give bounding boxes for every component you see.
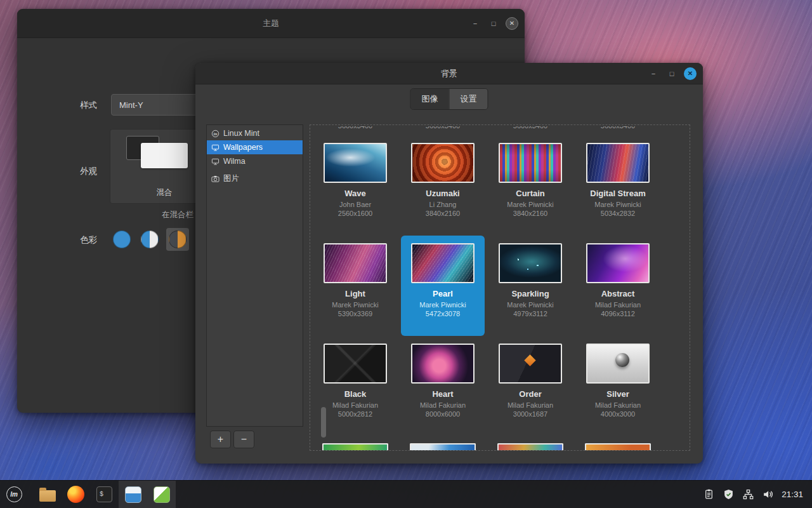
- taskbar-launchers: lm$: [0, 481, 176, 508]
- wallpaper-viewport: 5600x34005600x34005600x34005600x3400 Wav…: [310, 124, 690, 451]
- wallpaper-name: Heart: [401, 389, 485, 399]
- linuxmint-icon: lm: [211, 129, 219, 138]
- wallpaper-thumbnail[interactable]: [324, 344, 387, 384]
- sidebar-item-label: 图片: [223, 173, 239, 184]
- style-label: 样式: [55, 100, 97, 111]
- wallpaper-thumbnail-clipped[interactable]: [497, 443, 563, 451]
- appearance-label: 外观: [55, 166, 97, 177]
- taskbar-launcher-backgrounds-app[interactable]: [119, 481, 147, 508]
- wallpaper-thumbnail[interactable]: [586, 143, 650, 183]
- volume-icon[interactable]: [762, 489, 773, 500]
- sidebar-item-label: Linux Mint: [223, 129, 259, 138]
- taskbar-launcher-mint-menu[interactable]: lm: [0, 481, 28, 508]
- wallpaper-name: Digital Stream: [576, 189, 660, 199]
- maximize-icon[interactable]: □: [665, 67, 678, 80]
- monitor-icon: [211, 157, 219, 166]
- wallpaper-author: Milad Fakurian: [401, 401, 485, 410]
- sidebar-item-wilma[interactable]: Wilma: [207, 154, 303, 168]
- wallpaper-thumbnail[interactable]: [411, 344, 475, 384]
- wallpaper-thumbnail-clipped[interactable]: [410, 443, 476, 451]
- wallpaper-thumbnail[interactable]: [411, 143, 475, 183]
- partial-top-row: 5600x34005600x34005600x34005600x3400: [311, 126, 662, 131]
- wallpaper-thumbnail[interactable]: [499, 243, 562, 283]
- wallpaper-resolution-clipped: 5600x3400: [487, 126, 574, 131]
- wallpaper-item-light[interactable]: LightMarek Piwnicki5390x3369: [313, 236, 397, 336]
- wallpaper-item-wave[interactable]: WaveJohn Baer2560x1600: [313, 135, 397, 236]
- maximize-icon[interactable]: □: [487, 17, 500, 30]
- backgrounds-titlebar[interactable]: 背景 − □ ✕: [195, 63, 703, 84]
- minimize-icon[interactable]: −: [469, 17, 481, 30]
- color-swatch-2[interactable]: [166, 228, 189, 251]
- sidebar-item-label: Wilma: [223, 157, 246, 166]
- wallpaper-resolution: 4979x3112: [488, 309, 572, 318]
- wallpaper-author: Marek Piwnicki: [488, 200, 572, 209]
- backgrounds-window: 背景 − □ ✕ 图像设置 lmLinux MintWallpapersWilm…: [195, 63, 703, 464]
- wallpaper-author: Li Zhang: [401, 200, 485, 209]
- system-tray: 21:31: [703, 489, 812, 500]
- wallpaper-thumbnail[interactable]: [499, 344, 562, 384]
- wallpaper-thumbnail[interactable]: [499, 143, 562, 183]
- wallpaper-thumbnail[interactable]: [324, 243, 387, 283]
- wallpaper-item-pearl[interactable]: PearlMarek Piwnicki5472x3078: [401, 236, 485, 336]
- source-list: lmLinux MintWallpapersWilma图片: [206, 124, 303, 427]
- wallpaper-thumbnail[interactable]: [586, 344, 650, 384]
- wallpaper-resolution: 3840x2160: [401, 209, 485, 218]
- style-dropdown-value: Mint-Y: [119, 100, 143, 110]
- wallpaper-thumbnail-clipped[interactable]: [322, 443, 388, 451]
- wallpaper-thumbnail-clipped[interactable]: [585, 443, 651, 451]
- themes-app-icon: [154, 486, 170, 503]
- wallpaper-name: Wave: [313, 189, 397, 199]
- wallpaper-name: Black: [313, 389, 397, 399]
- wallpaper-item-sparkling[interactable]: SparklingMarek Piwnicki4979x3112: [488, 236, 572, 336]
- wallpaper-thumbnail[interactable]: [411, 243, 475, 283]
- wallpaper-resolution: 5034x2832: [576, 209, 660, 218]
- firefox-icon: [67, 486, 84, 503]
- add-folder-button[interactable]: +: [210, 431, 231, 448]
- color-swatch-1[interactable]: [138, 228, 161, 251]
- clipboard-icon[interactable]: [703, 489, 714, 500]
- tab-images[interactable]: 图像: [411, 89, 449, 109]
- network-icon[interactable]: [742, 489, 754, 500]
- sidebar-item-linux-mint[interactable]: lmLinux Mint: [207, 126, 303, 140]
- color-swatch-0[interactable]: [110, 228, 133, 251]
- themes-titlebar[interactable]: 主题 − □ ✕: [17, 9, 525, 38]
- wallpaper-thumbnail[interactable]: [586, 243, 650, 283]
- taskbar-launcher-terminal[interactable]: $: [90, 481, 119, 508]
- files-icon: [39, 490, 56, 502]
- wallpaper-grid: WaveJohn Baer2560x1600UzumakiLi Zhang384…: [311, 135, 662, 436]
- taskbar-launcher-themes-app[interactable]: [147, 481, 176, 508]
- close-icon[interactable]: ✕: [684, 67, 697, 80]
- monitor-icon: [211, 143, 219, 152]
- taskbar-launcher-files[interactable]: [33, 481, 62, 508]
- wallpaper-author: Milad Fakurian: [488, 401, 572, 410]
- wallpaper-name: Order: [488, 389, 572, 399]
- wallpaper-item-curtain[interactable]: CurtainMarek Piwnicki3840x2160: [488, 135, 572, 236]
- wallpaper-name: Curtain: [488, 189, 572, 199]
- sidebar-item-图片[interactable]: 图片: [207, 171, 303, 185]
- wallpaper-item-order[interactable]: OrderMilad Fakurian3000x1687: [488, 336, 572, 436]
- wallpaper-item-uzumaki[interactable]: UzumakiLi Zhang3840x2160: [401, 135, 485, 236]
- tab-settings[interactable]: 设置: [449, 89, 488, 109]
- shield-icon[interactable]: [723, 489, 734, 500]
- window-title: 背景: [441, 68, 457, 79]
- wallpaper-author: Marek Piwnicki: [313, 300, 397, 309]
- wallpaper-item-abstract[interactable]: AbstractMilad Fakurian4096x3112: [576, 236, 660, 336]
- wallpaper-item-heart[interactable]: HeartMilad Fakurian8000x6000: [401, 336, 485, 436]
- color-swatch-circle: [169, 231, 187, 248]
- minimize-icon[interactable]: −: [647, 67, 660, 80]
- wallpaper-item-silver[interactable]: SilverMilad Fakurian4000x3000: [576, 336, 660, 436]
- wallpaper-author: Marek Piwnicki: [401, 300, 485, 309]
- light-theme-preview: [141, 143, 188, 168]
- sidebar-item-wallpapers[interactable]: Wallpapers: [207, 140, 303, 154]
- wallpaper-item-digital-stream[interactable]: Digital StreamMarek Piwnicki5034x2832: [576, 135, 660, 236]
- scrollbar-thumb[interactable]: [321, 407, 326, 438]
- wallpaper-resolution-clipped: 5600x3400: [574, 126, 662, 131]
- wallpaper-thumbnail[interactable]: [324, 143, 387, 183]
- mixed-hint-text: 在混合栏: [112, 210, 193, 220]
- wallpaper-name: Abstract: [576, 289, 660, 299]
- close-icon[interactable]: ✕: [506, 17, 518, 30]
- remove-folder-button[interactable]: −: [233, 431, 254, 448]
- wallpaper-name: Sparkling: [488, 289, 572, 299]
- wallpaper-name: Silver: [576, 389, 660, 399]
- taskbar-launcher-firefox[interactable]: [62, 481, 90, 508]
